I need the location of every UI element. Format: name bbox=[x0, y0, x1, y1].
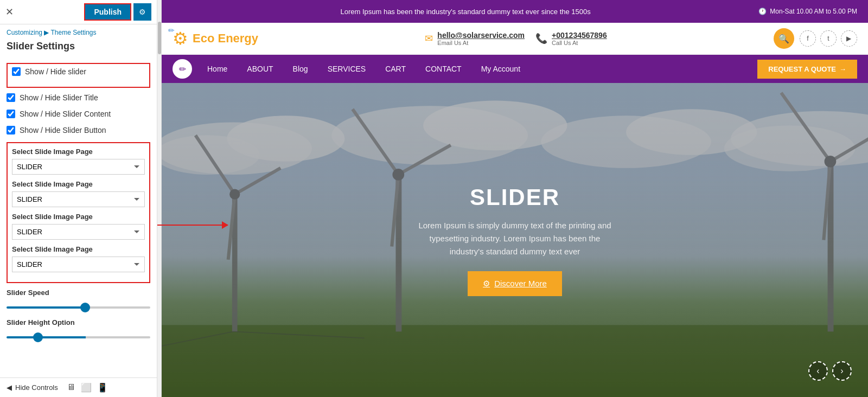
select-row-2: Select Slide Image Page SLIDER HOME ABOU… bbox=[12, 180, 145, 207]
show-hide-title-checkbox[interactable] bbox=[7, 93, 15, 102]
show-hide-title-label: Show / Hide Slider Title bbox=[20, 93, 98, 102]
panel-scroll: Show / Hide slider Show / Hide Slider Ti… bbox=[0, 57, 157, 377]
show-hide-slider-box: Show / Hide slider bbox=[7, 63, 150, 88]
scrollbar[interactable] bbox=[157, 0, 162, 397]
header-right: 🔍 f t ▶ bbox=[774, 28, 857, 49]
select-dropdown-2[interactable]: SLIDER HOME ABOUT SERVICES bbox=[12, 191, 145, 207]
show-hide-content-label: Show / Hide Slider Content bbox=[20, 110, 111, 118]
select-dropdown-1[interactable]: SLIDER HOME ABOUT SERVICES bbox=[12, 159, 145, 175]
show-hide-button-item[interactable]: Show / Hide Slider Button bbox=[7, 126, 150, 135]
phone-label: Call Us At bbox=[552, 40, 607, 46]
back-icon: ◀ bbox=[7, 383, 12, 392]
youtube-icon[interactable]: ▶ bbox=[841, 30, 857, 47]
announcement-right: 🕐 Mon-Sat 10.00 AM to 5.00 PM bbox=[758, 8, 857, 15]
nav-account[interactable]: My Account bbox=[471, 55, 530, 83]
slider-prev-button[interactable]: ‹ bbox=[808, 361, 828, 381]
hero-slider: SLIDER Lorem Ipsum is simply dummy text … bbox=[162, 83, 868, 397]
select-label-2: Select Slide Image Page bbox=[12, 180, 145, 188]
show-hide-content-checkbox[interactable] bbox=[7, 110, 15, 118]
facebook-icon[interactable]: f bbox=[800, 30, 816, 47]
device-icons: 🖥 ⬜ 📱 bbox=[67, 382, 108, 393]
slider-next-button[interactable]: › bbox=[832, 361, 852, 381]
website-preview: Lorem Ipsum has been the industry's stan… bbox=[162, 0, 868, 397]
discover-label: Discover More bbox=[494, 279, 547, 288]
phone-info: +001234567896 Call Us At bbox=[552, 31, 607, 46]
slider-nav: ‹ › bbox=[808, 361, 852, 381]
nav-blog[interactable]: Blog bbox=[283, 55, 318, 83]
desktop-icon[interactable]: 🖥 bbox=[67, 382, 75, 393]
select-dropdown-3[interactable]: SLIDER HOME ABOUT SERVICES bbox=[12, 224, 145, 240]
request-quote-button[interactable]: REQUEST A QUOTE → bbox=[757, 60, 857, 79]
breadcrumb: Customizing ▶ Theme Settings bbox=[0, 24, 157, 39]
publish-button[interactable]: Publish bbox=[84, 3, 131, 21]
site-nav: ✏ Home ABOUT Blog SERVICES CART CONTACT … bbox=[162, 55, 868, 83]
logo-icon-wrap: ✏ ⚙ bbox=[173, 28, 188, 49]
show-hide-slider-item[interactable]: Show / Hide slider bbox=[12, 67, 145, 76]
topbar: ✕ Publish ⚙ bbox=[0, 0, 157, 24]
show-hide-content-item[interactable]: Show / Hide Slider Content bbox=[7, 110, 150, 118]
scrollbar-thumb[interactable] bbox=[158, 22, 161, 54]
arrow-indicator bbox=[157, 225, 228, 226]
select-dropdown-4[interactable]: SLIDER HOME ABOUT SERVICES bbox=[12, 257, 145, 272]
breadcrumb-theme[interactable]: Theme Settings bbox=[51, 29, 97, 36]
show-hide-title-item[interactable]: Show / Hide Slider Title bbox=[7, 93, 150, 102]
slider-height-label: Slider Height Option bbox=[7, 318, 150, 326]
email-contact: ✉ hello@solarservice.com Email Us At bbox=[425, 31, 525, 46]
select-row-1: Select Slide Image Page SLIDER HOME ABOU… bbox=[12, 148, 145, 175]
phone-icon: 📞 bbox=[535, 33, 547, 44]
select-label-1: Select Slide Image Page bbox=[12, 148, 145, 156]
slider-content: SLIDER Lorem Ipsum is simply dummy text … bbox=[407, 174, 622, 307]
cta-arrow: → bbox=[839, 65, 846, 73]
phone-contact: 📞 +001234567896 Call Us At bbox=[535, 31, 607, 46]
twitter-icon[interactable]: t bbox=[820, 30, 837, 47]
breadcrumb-customizing[interactable]: Customizing bbox=[7, 29, 42, 36]
slider-description: Lorem Ipsum is simply dummy text of the … bbox=[418, 219, 611, 258]
panel-title: Slider Settings bbox=[0, 39, 157, 57]
nav-about[interactable]: ABOUT bbox=[237, 55, 283, 83]
close-button[interactable]: ✕ bbox=[5, 6, 14, 18]
announcement-bar: Lorem Ipsum has been the industry's stan… bbox=[162, 0, 868, 23]
nav-cart[interactable]: CART bbox=[375, 55, 416, 83]
hide-controls[interactable]: ◀ Hide Controls bbox=[7, 383, 58, 392]
nav-services[interactable]: SERVICES bbox=[318, 55, 376, 83]
customizer-panel: ✕ Publish ⚙ Customizing ▶ Theme Settings… bbox=[0, 0, 157, 397]
logo-pencil-icon: ✏ bbox=[168, 26, 175, 35]
slider-speed-section: Slider Speed bbox=[7, 289, 150, 311]
mobile-icon[interactable]: 📱 bbox=[97, 382, 108, 393]
email-label: Email Us At bbox=[437, 40, 525, 46]
slider-height-input[interactable] bbox=[7, 336, 150, 338]
logo-text: Eco Energy bbox=[193, 31, 258, 46]
tablet-icon[interactable]: ⬜ bbox=[81, 382, 92, 393]
settings-gear-button[interactable]: ⚙ bbox=[133, 3, 151, 21]
social-icons: f t ▶ bbox=[800, 30, 857, 47]
logo-area: ✏ ⚙ Eco Energy bbox=[173, 28, 258, 49]
nav-links: Home ABOUT Blog SERVICES CART CONTACT My… bbox=[197, 55, 757, 83]
announcement-text: Lorem Ipsum has been the industry's stan… bbox=[173, 8, 758, 16]
show-hide-slider-label: Show / Hide slider bbox=[25, 67, 86, 76]
discover-more-button[interactable]: ⚙ Discover More bbox=[468, 271, 562, 296]
slider-height-section: Slider Height Option bbox=[7, 318, 150, 341]
select-row-4: Select Slide Image Page SLIDER HOME ABOU… bbox=[12, 245, 145, 272]
site-header: ✏ ⚙ Eco Energy ✉ hello@solarservice.com … bbox=[162, 23, 868, 55]
show-hide-button-checkbox[interactable] bbox=[7, 126, 15, 135]
nav-logo: ✏ bbox=[173, 59, 192, 79]
slider-speed-input[interactable] bbox=[7, 306, 150, 309]
select-label-3: Select Slide Image Page bbox=[12, 213, 145, 221]
slider-title: SLIDER bbox=[418, 184, 611, 210]
email-address: hello@solarservice.com bbox=[437, 31, 525, 40]
nav-home[interactable]: Home bbox=[197, 55, 237, 83]
logo-gear-icon: ⚙ bbox=[173, 29, 188, 48]
show-hide-button-label: Show / Hide Slider Button bbox=[20, 126, 106, 135]
hide-controls-label: Hide Controls bbox=[15, 383, 58, 392]
header-contact: ✉ hello@solarservice.com Email Us At 📞 +… bbox=[425, 31, 607, 46]
nav-contact[interactable]: CONTACT bbox=[416, 55, 471, 83]
breadcrumb-sep: ▶ bbox=[44, 29, 50, 36]
show-hide-slider-checkbox[interactable] bbox=[12, 67, 21, 76]
publish-area: Publish ⚙ bbox=[84, 3, 151, 21]
cta-label: REQUEST A QUOTE bbox=[768, 65, 836, 73]
clock-icon: 🕐 bbox=[758, 8, 767, 15]
select-row-3: Select Slide Image Page SLIDER HOME ABOU… bbox=[12, 213, 145, 240]
search-button[interactable]: 🔍 bbox=[774, 28, 794, 49]
select-group: Select Slide Image Page SLIDER HOME ABOU… bbox=[7, 142, 150, 283]
phone-number: +001234567896 bbox=[552, 31, 607, 40]
